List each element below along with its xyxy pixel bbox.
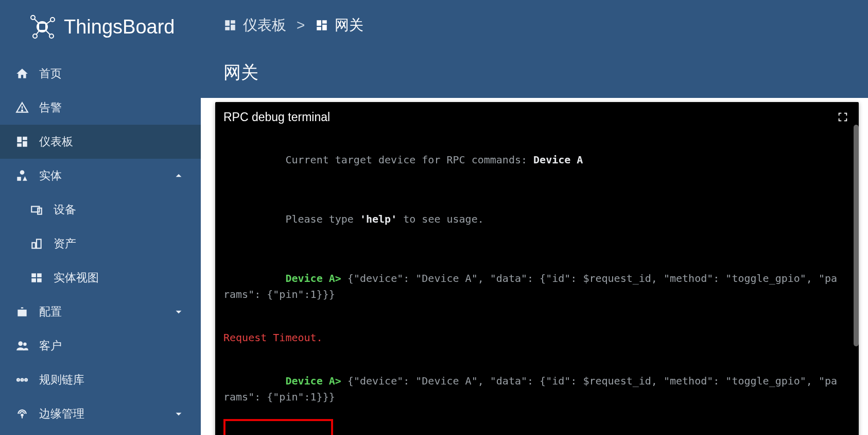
edge-icon xyxy=(15,407,29,421)
chevron-down-icon xyxy=(172,407,185,421)
breadcrumb: 仪表板 > 网关 xyxy=(201,0,868,51)
highlight-annotation: {"success":true} xyxy=(223,419,333,435)
svg-rect-25 xyxy=(31,278,36,282)
svg-rect-23 xyxy=(31,273,36,277)
fullscreen-button[interactable] xyxy=(837,111,848,123)
svg-point-5 xyxy=(31,15,35,20)
svg-point-16 xyxy=(20,170,25,175)
chevron-down-icon xyxy=(172,305,185,319)
sidebar-item-label: 边缘管理 xyxy=(39,406,84,422)
sidebar-item-alarms[interactable]: 告警 xyxy=(0,91,201,125)
svg-rect-14 xyxy=(23,141,27,147)
terminal-help-cmd: 'help' xyxy=(360,213,397,225)
dashboard-icon xyxy=(223,19,237,32)
sidebar-item-customers[interactable]: 客户 xyxy=(0,329,201,363)
svg-point-30 xyxy=(21,379,23,381)
sidebar-item-entity-views[interactable]: 实体视图 xyxy=(0,261,201,295)
terminal-prompt: Device A xyxy=(285,375,335,387)
svg-rect-13 xyxy=(23,137,27,140)
customers-icon xyxy=(15,339,29,353)
terminal-device-name: Device A xyxy=(533,154,583,166)
svg-rect-22 xyxy=(37,239,41,248)
alarm-icon xyxy=(15,101,29,114)
sidebar-item-home[interactable]: 首页 xyxy=(0,57,201,91)
sidebar-item-settings[interactable]: 配置 xyxy=(0,295,201,329)
svg-rect-41 xyxy=(317,27,322,30)
sidebar-item-label: 资产 xyxy=(54,236,76,252)
terminal-prompt: Device A xyxy=(285,272,335,285)
terminal-body[interactable]: Current target device for RPC commands: … xyxy=(223,136,850,435)
sidebar-item-label: 实体 xyxy=(39,168,62,183)
dashboard-icon xyxy=(15,135,29,148)
terminal-text: Current target device for RPC commands: xyxy=(285,154,533,166)
sidebar-item-label: 告警 xyxy=(39,100,62,115)
terminal-prompt-symbol: > xyxy=(335,375,341,387)
svg-rect-9 xyxy=(39,24,45,30)
sidebar-item-label: 配置 xyxy=(39,304,62,320)
sidebar-item-edge[interactable]: 边缘管理 xyxy=(0,397,201,431)
thingsboard-logo-icon xyxy=(28,12,57,41)
sidebar-item-label: 首页 xyxy=(39,66,62,81)
terminal-title: RPC debug terminal xyxy=(223,108,850,127)
breadcrumb-label: 仪表板 xyxy=(243,15,286,35)
svg-rect-21 xyxy=(32,243,36,248)
brand-name: ThingsBoard xyxy=(64,16,175,38)
home-icon xyxy=(15,67,29,80)
sidebar-item-label: 客户 xyxy=(39,338,62,354)
svg-rect-26 xyxy=(37,278,42,282)
breadcrumb-gateway[interactable]: 网关 xyxy=(315,15,363,35)
breadcrumb-dashboards[interactable]: 仪表板 xyxy=(223,15,286,35)
sidebar-item-label: 仪表板 xyxy=(39,134,73,149)
devices-icon xyxy=(30,203,43,216)
terminal-scrollbar[interactable] xyxy=(854,125,859,346)
sidebar: ThingsBoard 首页 告警 仪表板 实体 设备 xyxy=(0,0,201,435)
svg-rect-40 xyxy=(322,25,327,30)
svg-rect-39 xyxy=(322,20,327,24)
svg-point-7 xyxy=(33,34,37,38)
svg-point-8 xyxy=(49,34,54,38)
terminal-prompt-symbol: > xyxy=(335,272,341,285)
svg-rect-34 xyxy=(225,20,230,26)
terminal-text: Please type xyxy=(285,213,360,225)
sidebar-item-label: 规则链库 xyxy=(39,372,84,388)
terminal-text: to see usage. xyxy=(397,213,484,225)
svg-point-6 xyxy=(50,18,55,22)
chevron-up-icon xyxy=(172,169,185,182)
sidebar-item-label: 实体视图 xyxy=(54,270,99,286)
svg-rect-15 xyxy=(17,143,22,147)
svg-point-11 xyxy=(22,110,23,111)
logo[interactable]: ThingsBoard xyxy=(0,0,201,57)
assets-icon xyxy=(30,237,43,250)
terminal-response: {"success":true} xyxy=(227,433,326,435)
main-area: 仪表板 > 网关 网关 RPC debug terminal Current t… xyxy=(201,0,868,435)
sidebar-item-assets[interactable]: 资产 xyxy=(0,227,201,261)
svg-rect-35 xyxy=(231,20,235,24)
rpc-terminal-widget: RPC debug terminal Current target device… xyxy=(215,102,859,435)
sidebar-item-rule-chains[interactable]: 规则链库 xyxy=(0,363,201,397)
sidebar-item-entities[interactable]: 实体 xyxy=(0,159,201,193)
page-title: 网关 xyxy=(201,51,868,98)
svg-rect-37 xyxy=(225,27,230,30)
svg-rect-36 xyxy=(231,25,235,30)
content-area: RPC debug terminal Current target device… xyxy=(201,98,868,435)
rule-chains-icon xyxy=(15,373,29,387)
svg-point-31 xyxy=(25,379,27,381)
breadcrumb-separator: > xyxy=(297,17,305,34)
svg-rect-24 xyxy=(37,273,42,277)
briefcase-icon xyxy=(15,305,29,319)
sidebar-item-label: 设备 xyxy=(54,202,76,217)
entity-views-icon xyxy=(30,271,43,285)
breadcrumb-label: 网关 xyxy=(335,15,363,35)
sidebar-item-dashboards[interactable]: 仪表板 xyxy=(0,125,201,159)
svg-marker-18 xyxy=(23,176,27,181)
svg-point-28 xyxy=(23,343,26,346)
entities-icon xyxy=(15,169,29,182)
svg-rect-17 xyxy=(17,177,21,181)
terminal-error: Request Timeout. xyxy=(223,330,841,346)
svg-point-29 xyxy=(17,379,19,381)
svg-rect-12 xyxy=(17,137,22,142)
dashboard-icon xyxy=(315,19,328,32)
svg-rect-38 xyxy=(317,20,322,26)
sidebar-item-devices[interactable]: 设备 xyxy=(0,193,201,227)
svg-point-27 xyxy=(18,341,23,346)
